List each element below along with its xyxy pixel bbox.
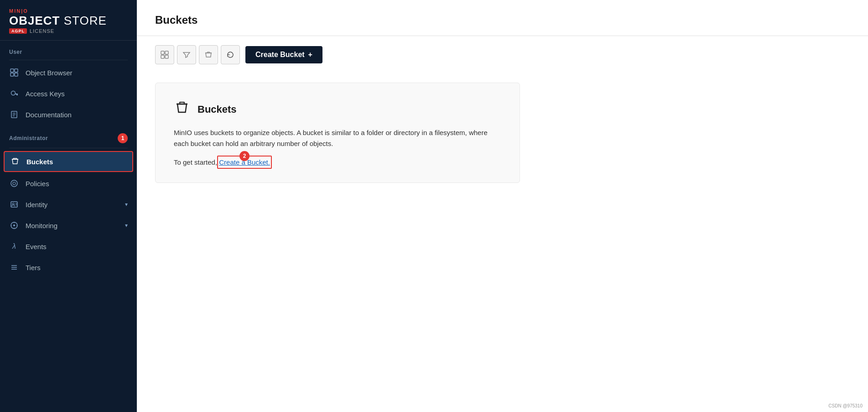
svg-point-4 <box>11 91 16 95</box>
tiers-label: Tiers <box>26 264 41 271</box>
create-link-wrapper: 2Create a Bucket. <box>219 158 270 166</box>
svg-point-18 <box>12 203 14 205</box>
svg-point-15 <box>11 180 17 187</box>
sidebar-item-events[interactable]: λ Events <box>0 236 137 257</box>
toolbar: Create Bucket + <box>137 36 868 73</box>
filter-button[interactable] <box>177 45 196 64</box>
policies-label: Policies <box>26 180 49 188</box>
reload-button[interactable] <box>221 45 240 64</box>
info-card-description: MinIO uses buckets to organize objects. … <box>174 127 501 149</box>
create-bucket-button[interactable]: Create Bucket + <box>245 46 322 63</box>
info-card-header: Buckets <box>174 99 501 119</box>
license-badge: AGPL <box>9 28 27 34</box>
monitoring-icon <box>9 220 19 230</box>
sidebar-item-identity[interactable]: Identity ▾ <box>0 194 137 215</box>
svg-rect-3 <box>15 73 18 76</box>
license-info: AGPL LICENSE <box>9 28 128 34</box>
identity-label: Identity <box>26 201 47 209</box>
info-card: Buckets MinIO uses buckets to organize o… <box>155 83 520 183</box>
svg-rect-32 <box>161 55 164 58</box>
sidebar-item-tiers[interactable]: Tiers <box>0 257 137 278</box>
minio-brand: MIN|O <box>9 8 28 14</box>
svg-rect-31 <box>165 51 168 54</box>
svg-rect-5 <box>15 94 18 94</box>
sidebar-item-buckets[interactable]: Buckets <box>4 151 133 172</box>
create-bucket-plus-icon: + <box>308 51 312 59</box>
documentation-icon <box>9 110 19 120</box>
svg-rect-2 <box>10 73 14 76</box>
object-browser-label: Object Browser <box>26 69 73 77</box>
documentation-label: Documentation <box>26 111 72 119</box>
sidebar: MIN|O OBJECT STORE AGPL LICENSE User Obj… <box>0 0 137 412</box>
object-browser-icon <box>9 68 19 78</box>
user-section-label: User <box>0 41 137 58</box>
monitoring-label: Monitoring <box>26 222 57 229</box>
tiers-icon <box>9 262 19 272</box>
cta-prefix: To get started, <box>174 158 219 166</box>
svg-point-16 <box>13 182 16 185</box>
product-name: OBJECT STORE <box>9 15 128 26</box>
svg-rect-1 <box>15 69 18 72</box>
sidebar-item-monitoring[interactable]: Monitoring ▾ <box>0 215 137 236</box>
svg-rect-30 <box>161 51 164 54</box>
create-bucket-label: Create Bucket <box>255 51 305 59</box>
license-label: LICENSE <box>30 28 54 34</box>
svg-rect-0 <box>10 69 14 72</box>
buckets-label: Buckets <box>26 158 53 166</box>
bucket-large-icon <box>174 99 190 119</box>
admin-divider <box>9 148 128 148</box>
admin-section-header: Administrator 1 <box>0 125 137 146</box>
delete-button[interactable] <box>199 45 218 64</box>
page-header: Buckets <box>137 0 868 36</box>
watermark: CSDN @975310 <box>828 403 863 408</box>
content-area: Buckets MinIO uses buckets to organize o… <box>137 73 868 412</box>
annotation-badge-2: 2 <box>239 151 249 161</box>
monitoring-chevron-icon: ▾ <box>125 222 128 229</box>
main-content: Buckets <box>137 0 868 412</box>
sidebar-item-access-keys[interactable]: Access Keys <box>0 83 137 104</box>
identity-icon <box>9 199 19 209</box>
app-logo: MIN|O OBJECT STORE AGPL LICENSE <box>0 0 137 41</box>
access-keys-label: Access Keys <box>26 90 65 98</box>
access-keys-icon <box>9 89 19 99</box>
info-card-title: Buckets <box>198 104 237 115</box>
admin-notification-badge: 1 <box>118 133 128 143</box>
sidebar-item-policies[interactable]: Policies <box>0 173 137 194</box>
info-card-cta: To get started, 2Create a Bucket. <box>174 158 501 166</box>
sidebar-item-object-browser[interactable]: Object Browser <box>0 62 137 83</box>
svg-rect-6 <box>16 94 18 95</box>
events-label: Events <box>26 243 47 250</box>
svg-rect-33 <box>165 55 168 58</box>
sidebar-item-documentation[interactable]: Documentation <box>0 104 137 125</box>
svg-point-22 <box>13 224 15 226</box>
grid-view-button[interactable] <box>155 45 174 64</box>
identity-chevron-icon: ▾ <box>125 201 128 208</box>
admin-section-label: Administrator <box>9 135 118 141</box>
user-divider <box>9 60 128 60</box>
policies-icon <box>9 178 19 188</box>
events-icon: λ <box>9 241 19 251</box>
page-title: Buckets <box>155 14 850 26</box>
buckets-icon <box>10 156 20 167</box>
